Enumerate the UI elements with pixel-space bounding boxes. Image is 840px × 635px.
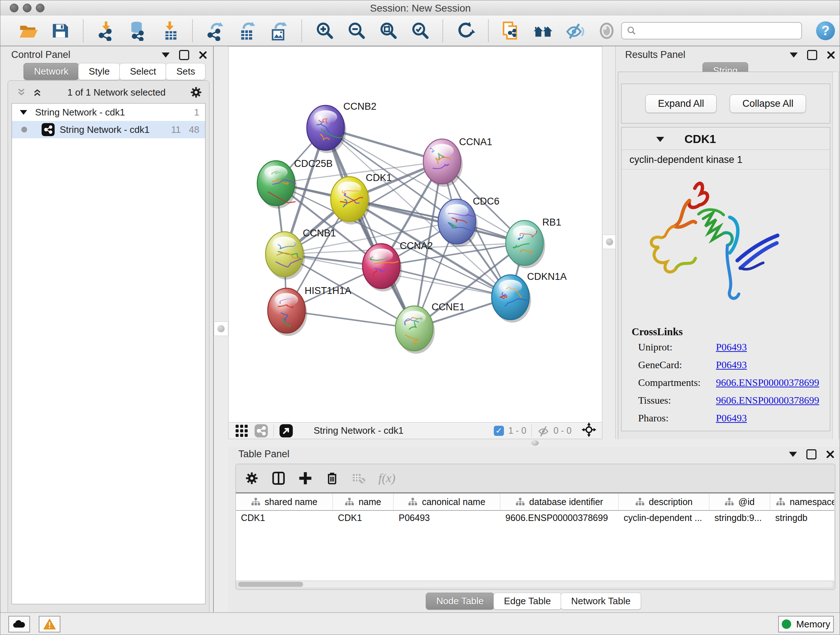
tab-network-table[interactable]: Network Table bbox=[561, 593, 641, 610]
table-hscrollbar-thumb[interactable] bbox=[238, 582, 303, 587]
zoom-selected-icon[interactable] bbox=[410, 21, 430, 41]
collection-expander-icon[interactable] bbox=[20, 110, 27, 115]
table-cell[interactable]: cyclin-dependent ... bbox=[619, 511, 709, 524]
node-CDC25B[interactable] bbox=[257, 161, 297, 209]
add-column-icon[interactable] bbox=[298, 471, 313, 486]
results-panel-collapse-icon[interactable] bbox=[790, 52, 798, 57]
table-gear-icon[interactable] bbox=[245, 471, 259, 486]
results-panel-float-icon[interactable] bbox=[807, 50, 817, 60]
expand-all-networks-icon[interactable] bbox=[31, 87, 43, 98]
selected-checkbox-icon[interactable]: ✓ bbox=[494, 426, 504, 436]
node-HIST1H1A[interactable] bbox=[268, 288, 307, 336]
node-CCNE1[interactable] bbox=[395, 306, 435, 354]
expand-all-button[interactable]: Expand All bbox=[645, 95, 717, 113]
table-hscrollbar[interactable] bbox=[237, 581, 833, 587]
table-cell[interactable]: CDK1 bbox=[333, 511, 393, 524]
tab-sets[interactable]: Sets bbox=[166, 63, 205, 80]
gene-section-header[interactable]: CDK1 bbox=[622, 127, 830, 150]
export-table-icon[interactable] bbox=[237, 21, 257, 41]
export-image-icon[interactable] bbox=[269, 21, 289, 41]
column-header-database-identifier[interactable]: database identifier bbox=[500, 494, 619, 510]
first-neighbors-icon[interactable] bbox=[501, 21, 521, 41]
collapse-all-networks-icon[interactable] bbox=[15, 87, 27, 98]
column-header-shared-name[interactable]: shared name bbox=[236, 494, 333, 510]
gene-expander-icon[interactable] bbox=[656, 137, 664, 142]
network-row[interactable]: String Network - cdk1 11 48 bbox=[12, 121, 205, 138]
tab-select[interactable]: Select bbox=[119, 63, 166, 80]
control-panel-collapse-icon[interactable] bbox=[162, 52, 170, 57]
right-splitter[interactable] bbox=[602, 46, 617, 439]
refresh-icon[interactable] bbox=[455, 21, 476, 41]
crosslink-link[interactable]: P06493 bbox=[716, 341, 747, 353]
tab-edge-table[interactable]: Edge Table bbox=[493, 593, 561, 610]
zoom-out-icon[interactable] bbox=[346, 21, 366, 41]
control-panel-close-icon[interactable] bbox=[199, 51, 207, 59]
automation-cloud-button[interactable] bbox=[8, 616, 30, 632]
control-panel-float-icon[interactable] bbox=[179, 50, 189, 60]
open-session-icon[interactable] bbox=[19, 21, 39, 41]
right-splitter-handle[interactable] bbox=[602, 234, 617, 249]
results-panel-close-icon[interactable] bbox=[827, 51, 835, 59]
zoom-in-icon[interactable] bbox=[314, 21, 335, 41]
crosslink-link[interactable]: P06493 bbox=[716, 412, 747, 424]
home-icon[interactable] bbox=[533, 21, 553, 41]
table-cell[interactable]: 9606.ENSP00000378699 bbox=[500, 511, 619, 524]
crosslink-link[interactable]: 9606.ENSP00000378699 bbox=[716, 377, 819, 388]
table-splitter[interactable] bbox=[228, 439, 840, 447]
show-columns-icon[interactable] bbox=[271, 471, 286, 486]
grid-view-icon[interactable] bbox=[234, 424, 249, 438]
node-CDKN1A[interactable] bbox=[492, 275, 531, 323]
hide-panels-eye-slash-icon[interactable] bbox=[565, 21, 585, 41]
memory-button[interactable]: Memory bbox=[778, 616, 834, 632]
column-header-description[interactable]: description bbox=[619, 494, 709, 510]
search-input[interactable] bbox=[637, 25, 794, 37]
collapse-all-button[interactable]: Collapse All bbox=[729, 95, 806, 113]
tab-style[interactable]: Style bbox=[78, 63, 120, 80]
node-RB1[interactable] bbox=[506, 220, 545, 268]
table-row[interactable]: CDK1CDK1P064939606.ENSP00000378699cyclin… bbox=[236, 511, 834, 524]
column-header-@id[interactable]: @id bbox=[709, 494, 770, 510]
table-cell[interactable]: stringdb:9... bbox=[709, 511, 770, 524]
network-options-gear-icon[interactable] bbox=[189, 86, 202, 99]
node-CCNA1[interactable] bbox=[423, 139, 463, 187]
network-canvas[interactable]: CCNB2CCNA1CDC25BCDK1CDC6RB1CCNB1CCNA2CDK… bbox=[229, 47, 602, 423]
import-network-database-icon[interactable] bbox=[128, 21, 148, 41]
table-cell[interactable]: P06493 bbox=[393, 511, 500, 524]
tab-network[interactable]: Network bbox=[24, 63, 79, 80]
delete-column-trash-icon[interactable] bbox=[325, 471, 339, 486]
tab-node-table[interactable]: Node Table bbox=[426, 593, 494, 610]
column-header-namespace[interactable]: namespace bbox=[770, 494, 834, 510]
export-network-icon[interactable] bbox=[205, 21, 225, 41]
search-box[interactable] bbox=[621, 22, 802, 40]
table-cell[interactable]: stringdb bbox=[770, 511, 834, 524]
node-CCNB2[interactable] bbox=[307, 105, 346, 153]
import-network-file-icon[interactable] bbox=[96, 21, 116, 41]
left-splitter[interactable] bbox=[214, 46, 228, 612]
warnings-button[interactable] bbox=[39, 616, 60, 632]
crosslink-link[interactable]: P06493 bbox=[716, 359, 747, 371]
fit-content-crosshair-icon[interactable] bbox=[581, 422, 597, 438]
column-header-name[interactable]: name bbox=[333, 494, 393, 510]
edge-CCNB2-CCNE1[interactable] bbox=[325, 128, 414, 328]
table-panel-float-icon[interactable] bbox=[806, 449, 816, 459]
bird-eye-icon[interactable] bbox=[597, 21, 617, 41]
export-view-icon[interactable] bbox=[279, 424, 294, 438]
table-panel-collapse-icon[interactable] bbox=[789, 452, 797, 457]
node-CDK1[interactable] bbox=[331, 177, 370, 225]
table-panel-close-icon[interactable] bbox=[826, 450, 835, 459]
import-table-file-icon[interactable] bbox=[159, 21, 180, 41]
results-vscrollbar[interactable] bbox=[832, 72, 839, 452]
crosslink-link[interactable]: 9606.ENSP00000378699 bbox=[716, 394, 819, 406]
table-cell[interactable]: CDK1 bbox=[236, 511, 333, 524]
node-CDC6[interactable] bbox=[438, 199, 477, 247]
column-header-canonical-name[interactable]: canonical name bbox=[393, 494, 500, 510]
left-splitter-handle[interactable] bbox=[214, 321, 228, 336]
network-collection-row[interactable]: String Network - cdk1 1 bbox=[12, 103, 205, 121]
network-style-icon[interactable] bbox=[254, 424, 268, 438]
zoom-fit-icon[interactable] bbox=[378, 21, 398, 41]
node-CCNB1[interactable] bbox=[265, 232, 305, 279]
node-CCNA2[interactable] bbox=[363, 244, 402, 291]
save-session-icon[interactable] bbox=[50, 21, 71, 41]
help-icon[interactable]: ? bbox=[816, 21, 835, 40]
table-splitter-handle[interactable] bbox=[531, 440, 538, 446]
